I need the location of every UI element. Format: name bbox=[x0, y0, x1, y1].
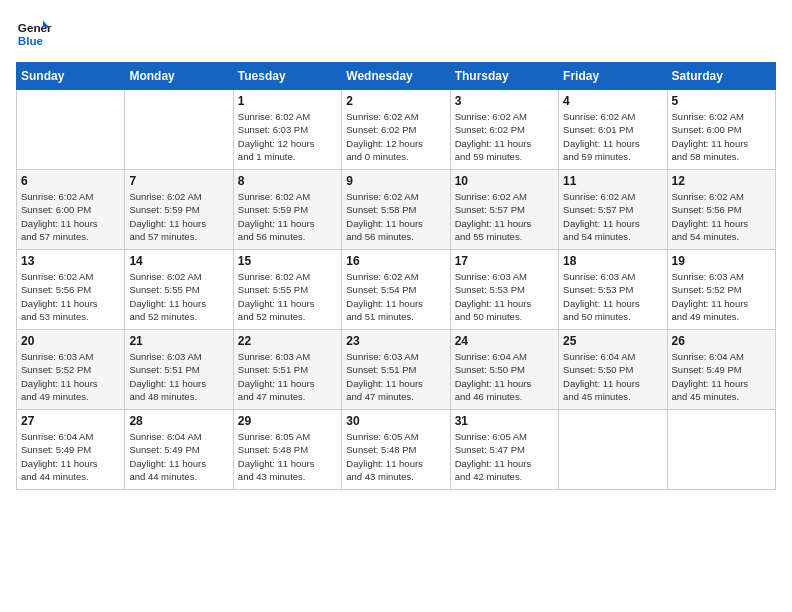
calendar-cell bbox=[17, 90, 125, 170]
day-info: Sunrise: 6:05 AM Sunset: 5:48 PM Dayligh… bbox=[238, 430, 337, 483]
calendar-table: SundayMondayTuesdayWednesdayThursdayFrid… bbox=[16, 62, 776, 490]
day-number: 3 bbox=[455, 94, 554, 108]
logo: General Blue bbox=[16, 16, 52, 52]
day-info: Sunrise: 6:02 AM Sunset: 5:59 PM Dayligh… bbox=[129, 190, 228, 243]
calendar-cell: 30Sunrise: 6:05 AM Sunset: 5:48 PM Dayli… bbox=[342, 410, 450, 490]
day-number: 26 bbox=[672, 334, 771, 348]
day-info: Sunrise: 6:02 AM Sunset: 6:02 PM Dayligh… bbox=[346, 110, 445, 163]
day-number: 27 bbox=[21, 414, 120, 428]
day-info: Sunrise: 6:05 AM Sunset: 5:47 PM Dayligh… bbox=[455, 430, 554, 483]
day-info: Sunrise: 6:02 AM Sunset: 5:55 PM Dayligh… bbox=[238, 270, 337, 323]
day-number: 30 bbox=[346, 414, 445, 428]
day-number: 1 bbox=[238, 94, 337, 108]
day-info: Sunrise: 6:03 AM Sunset: 5:52 PM Dayligh… bbox=[672, 270, 771, 323]
day-info: Sunrise: 6:02 AM Sunset: 5:54 PM Dayligh… bbox=[346, 270, 445, 323]
calendar-cell: 2Sunrise: 6:02 AM Sunset: 6:02 PM Daylig… bbox=[342, 90, 450, 170]
day-number: 17 bbox=[455, 254, 554, 268]
day-info: Sunrise: 6:05 AM Sunset: 5:48 PM Dayligh… bbox=[346, 430, 445, 483]
calendar-cell: 28Sunrise: 6:04 AM Sunset: 5:49 PM Dayli… bbox=[125, 410, 233, 490]
calendar-cell bbox=[559, 410, 667, 490]
calendar-cell: 26Sunrise: 6:04 AM Sunset: 5:49 PM Dayli… bbox=[667, 330, 775, 410]
calendar-cell: 1Sunrise: 6:02 AM Sunset: 6:03 PM Daylig… bbox=[233, 90, 341, 170]
calendar-cell bbox=[667, 410, 775, 490]
calendar-cell: 22Sunrise: 6:03 AM Sunset: 5:51 PM Dayli… bbox=[233, 330, 341, 410]
day-info: Sunrise: 6:04 AM Sunset: 5:49 PM Dayligh… bbox=[129, 430, 228, 483]
day-number: 13 bbox=[21, 254, 120, 268]
day-number: 31 bbox=[455, 414, 554, 428]
day-info: Sunrise: 6:02 AM Sunset: 6:03 PM Dayligh… bbox=[238, 110, 337, 163]
calendar-cell: 23Sunrise: 6:03 AM Sunset: 5:51 PM Dayli… bbox=[342, 330, 450, 410]
day-info: Sunrise: 6:03 AM Sunset: 5:53 PM Dayligh… bbox=[563, 270, 662, 323]
day-header-monday: Monday bbox=[125, 63, 233, 90]
calendar-cell: 7Sunrise: 6:02 AM Sunset: 5:59 PM Daylig… bbox=[125, 170, 233, 250]
calendar-cell: 5Sunrise: 6:02 AM Sunset: 6:00 PM Daylig… bbox=[667, 90, 775, 170]
page-header: General Blue bbox=[16, 16, 776, 52]
day-number: 23 bbox=[346, 334, 445, 348]
day-number: 11 bbox=[563, 174, 662, 188]
day-header-saturday: Saturday bbox=[667, 63, 775, 90]
calendar-cell: 25Sunrise: 6:04 AM Sunset: 5:50 PM Dayli… bbox=[559, 330, 667, 410]
day-header-tuesday: Tuesday bbox=[233, 63, 341, 90]
day-info: Sunrise: 6:03 AM Sunset: 5:52 PM Dayligh… bbox=[21, 350, 120, 403]
day-number: 15 bbox=[238, 254, 337, 268]
day-info: Sunrise: 6:03 AM Sunset: 5:51 PM Dayligh… bbox=[346, 350, 445, 403]
logo-icon: General Blue bbox=[16, 16, 52, 52]
day-header-sunday: Sunday bbox=[17, 63, 125, 90]
day-number: 29 bbox=[238, 414, 337, 428]
calendar-cell: 31Sunrise: 6:05 AM Sunset: 5:47 PM Dayli… bbox=[450, 410, 558, 490]
day-info: Sunrise: 6:02 AM Sunset: 5:57 PM Dayligh… bbox=[455, 190, 554, 243]
day-number: 2 bbox=[346, 94, 445, 108]
day-number: 14 bbox=[129, 254, 228, 268]
day-info: Sunrise: 6:02 AM Sunset: 5:57 PM Dayligh… bbox=[563, 190, 662, 243]
day-number: 12 bbox=[672, 174, 771, 188]
day-header-friday: Friday bbox=[559, 63, 667, 90]
day-info: Sunrise: 6:04 AM Sunset: 5:49 PM Dayligh… bbox=[21, 430, 120, 483]
day-info: Sunrise: 6:02 AM Sunset: 6:00 PM Dayligh… bbox=[672, 110, 771, 163]
day-header-wednesday: Wednesday bbox=[342, 63, 450, 90]
day-info: Sunrise: 6:04 AM Sunset: 5:50 PM Dayligh… bbox=[563, 350, 662, 403]
calendar-cell: 3Sunrise: 6:02 AM Sunset: 6:02 PM Daylig… bbox=[450, 90, 558, 170]
calendar-cell: 13Sunrise: 6:02 AM Sunset: 5:56 PM Dayli… bbox=[17, 250, 125, 330]
day-info: Sunrise: 6:03 AM Sunset: 5:51 PM Dayligh… bbox=[129, 350, 228, 403]
calendar-cell: 29Sunrise: 6:05 AM Sunset: 5:48 PM Dayli… bbox=[233, 410, 341, 490]
calendar-cell: 11Sunrise: 6:02 AM Sunset: 5:57 PM Dayli… bbox=[559, 170, 667, 250]
day-info: Sunrise: 6:03 AM Sunset: 5:53 PM Dayligh… bbox=[455, 270, 554, 323]
calendar-cell: 6Sunrise: 6:02 AM Sunset: 6:00 PM Daylig… bbox=[17, 170, 125, 250]
day-number: 6 bbox=[21, 174, 120, 188]
day-info: Sunrise: 6:03 AM Sunset: 5:51 PM Dayligh… bbox=[238, 350, 337, 403]
day-info: Sunrise: 6:04 AM Sunset: 5:50 PM Dayligh… bbox=[455, 350, 554, 403]
day-number: 25 bbox=[563, 334, 662, 348]
day-number: 8 bbox=[238, 174, 337, 188]
day-number: 18 bbox=[563, 254, 662, 268]
day-info: Sunrise: 6:02 AM Sunset: 6:02 PM Dayligh… bbox=[455, 110, 554, 163]
calendar-cell: 19Sunrise: 6:03 AM Sunset: 5:52 PM Dayli… bbox=[667, 250, 775, 330]
calendar-cell bbox=[125, 90, 233, 170]
day-info: Sunrise: 6:02 AM Sunset: 6:01 PM Dayligh… bbox=[563, 110, 662, 163]
calendar-cell: 14Sunrise: 6:02 AM Sunset: 5:55 PM Dayli… bbox=[125, 250, 233, 330]
day-number: 19 bbox=[672, 254, 771, 268]
day-info: Sunrise: 6:02 AM Sunset: 5:59 PM Dayligh… bbox=[238, 190, 337, 243]
day-number: 16 bbox=[346, 254, 445, 268]
day-info: Sunrise: 6:02 AM Sunset: 5:56 PM Dayligh… bbox=[672, 190, 771, 243]
day-number: 5 bbox=[672, 94, 771, 108]
day-number: 20 bbox=[21, 334, 120, 348]
calendar-cell: 8Sunrise: 6:02 AM Sunset: 5:59 PM Daylig… bbox=[233, 170, 341, 250]
calendar-cell: 21Sunrise: 6:03 AM Sunset: 5:51 PM Dayli… bbox=[125, 330, 233, 410]
calendar-cell: 16Sunrise: 6:02 AM Sunset: 5:54 PM Dayli… bbox=[342, 250, 450, 330]
calendar-cell: 9Sunrise: 6:02 AM Sunset: 5:58 PM Daylig… bbox=[342, 170, 450, 250]
day-number: 4 bbox=[563, 94, 662, 108]
day-info: Sunrise: 6:02 AM Sunset: 5:55 PM Dayligh… bbox=[129, 270, 228, 323]
calendar-cell: 4Sunrise: 6:02 AM Sunset: 6:01 PM Daylig… bbox=[559, 90, 667, 170]
day-info: Sunrise: 6:02 AM Sunset: 5:58 PM Dayligh… bbox=[346, 190, 445, 243]
day-info: Sunrise: 6:02 AM Sunset: 5:56 PM Dayligh… bbox=[21, 270, 120, 323]
day-info: Sunrise: 6:02 AM Sunset: 6:00 PM Dayligh… bbox=[21, 190, 120, 243]
calendar-cell: 24Sunrise: 6:04 AM Sunset: 5:50 PM Dayli… bbox=[450, 330, 558, 410]
day-number: 22 bbox=[238, 334, 337, 348]
calendar-cell: 12Sunrise: 6:02 AM Sunset: 5:56 PM Dayli… bbox=[667, 170, 775, 250]
calendar-cell: 20Sunrise: 6:03 AM Sunset: 5:52 PM Dayli… bbox=[17, 330, 125, 410]
day-number: 10 bbox=[455, 174, 554, 188]
calendar-cell: 15Sunrise: 6:02 AM Sunset: 5:55 PM Dayli… bbox=[233, 250, 341, 330]
day-number: 9 bbox=[346, 174, 445, 188]
day-number: 24 bbox=[455, 334, 554, 348]
calendar-cell: 27Sunrise: 6:04 AM Sunset: 5:49 PM Dayli… bbox=[17, 410, 125, 490]
